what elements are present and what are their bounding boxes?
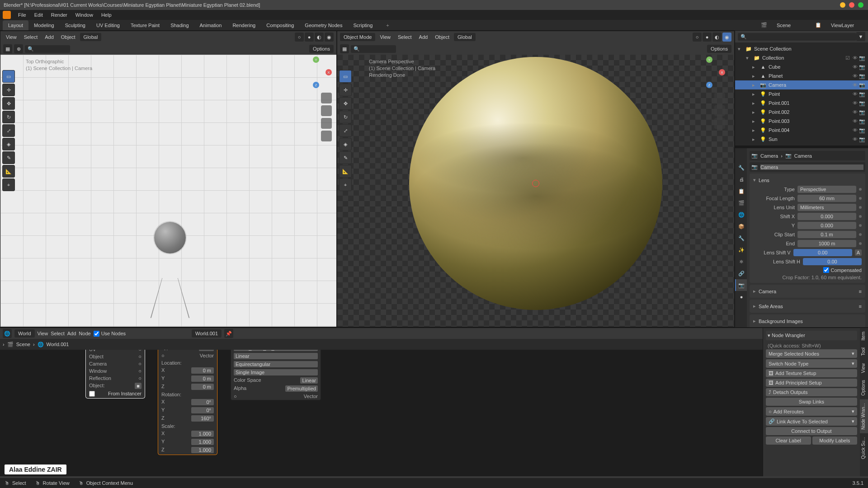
clip-end-field[interactable]: 1000 m	[797, 240, 856, 247]
prop-tab-render[interactable]: 🔧	[735, 162, 747, 174]
menu-edit[interactable]: Edit	[31, 11, 47, 19]
exclude-toggle[interactable]: ☑	[844, 55, 851, 61]
section-safe-areas[interactable]: ▸Safe Areas≡	[753, 301, 862, 311]
visibility-toggle[interactable]: 👁	[852, 91, 858, 97]
axis-y[interactable]: Y	[313, 56, 319, 63]
outliner-item-point[interactable]: ▸💡Point👁📷	[735, 89, 868, 99]
vtab-item[interactable]: Item	[860, 328, 868, 344]
vtab-view[interactable]: View	[860, 360, 868, 377]
scene-icon[interactable]: 🎬	[760, 21, 769, 30]
breadcrumb-object[interactable]: Camera	[760, 153, 778, 159]
tab-compositing[interactable]: Compositing	[261, 20, 299, 30]
use-nodes-checkbox[interactable]	[94, 331, 99, 337]
projection-dropdown[interactable]: Equirectangular	[234, 361, 318, 367]
prop-tab-data[interactable]: 📷	[735, 279, 747, 291]
vp-menu-add[interactable]: Add	[416, 33, 431, 41]
scale-z[interactable]: 1.000	[191, 447, 214, 453]
prop-tab-physics[interactable]: ⚛	[735, 256, 747, 267]
shading-solid-icon[interactable]: ●	[703, 33, 712, 42]
camera-viewport-canvas[interactable]	[337, 55, 734, 327]
nav-gizmo[interactable]: X Y Z	[300, 56, 332, 88]
perspective-icon[interactable]	[321, 131, 332, 141]
visibility-toggle[interactable]: 👁	[852, 82, 858, 88]
visibility-toggle[interactable]: 👁	[852, 55, 858, 61]
tab-modeling[interactable]: Modeling	[28, 20, 60, 30]
pan-icon[interactable]	[321, 105, 332, 116]
prop-tab-viewlayer[interactable]: 📋	[735, 185, 747, 197]
image-file-field[interactable]: studio_small_07_...	[234, 350, 318, 351]
search-input[interactable]: 🔍	[351, 45, 396, 53]
render-toggle[interactable]: 📷	[859, 127, 865, 133]
render-toggle[interactable]: 📷	[859, 55, 865, 61]
select-tool[interactable]: ▭	[2, 70, 15, 83]
outliner-item-point-001[interactable]: ▸💡Point.001👁📷	[735, 99, 868, 108]
camera-name-input[interactable]	[760, 164, 863, 170]
viewlayer-icon[interactable]: 📋	[814, 21, 823, 30]
shift-y-field[interactable]: 0.000	[797, 222, 856, 229]
gizmo-toggle-icon[interactable]: ⊕	[14, 44, 23, 53]
vp-menu-object[interactable]: Object	[432, 33, 452, 41]
editor-type-icon[interactable]: 🌐	[3, 329, 12, 338]
add-principled-button[interactable]: 🖼Add Principled Setup	[766, 379, 857, 387]
axis-x[interactable]: X	[719, 69, 725, 75]
shading-wireframe-icon[interactable]: ○	[693, 33, 702, 42]
orientation-dropdown[interactable]: Global	[454, 33, 476, 41]
rot-z[interactable]: 160°	[191, 415, 214, 422]
visibility-toggle[interactable]: 👁	[852, 118, 858, 124]
clear-label-button[interactable]: Clear Label	[766, 436, 811, 445]
render-toggle[interactable]: 📷	[859, 82, 865, 88]
camera-view-icon[interactable]	[714, 118, 725, 129]
close-button[interactable]	[849, 2, 854, 8]
outliner-item-camera[interactable]: ▸📷Camera👁📷	[735, 80, 868, 89]
visibility-toggle[interactable]: 👁	[852, 64, 858, 70]
scale-tool[interactable]: ⤢	[2, 124, 15, 137]
planet-object[interactable]	[154, 222, 186, 253]
add-reroutes-dropdown[interactable]: ○Add Reroutes▾	[766, 407, 857, 416]
prop-tab-object[interactable]: 📦	[735, 221, 747, 232]
from-instancer-checkbox[interactable]	[89, 391, 95, 397]
modify-labels-button[interactable]: Modify Labels	[812, 436, 858, 445]
transform-tool[interactable]: ◈	[2, 138, 15, 150]
cursor-tool[interactable]: ✛	[2, 84, 15, 96]
add-tool[interactable]: +	[2, 178, 15, 191]
merge-nodes-dropdown[interactable]: Merge Selected Nodes▾	[766, 349, 857, 358]
outliner-search[interactable]: 🔍	[738, 33, 856, 41]
vp-menu-select[interactable]: Select	[21, 33, 41, 41]
blender-logo-icon[interactable]	[3, 11, 11, 19]
annotate-tool[interactable]: ✎	[339, 151, 352, 164]
shading-material-icon[interactable]: ◐	[315, 33, 324, 42]
world-slot-field[interactable]: World.001	[192, 329, 222, 338]
viewlayer-name-field[interactable]: ViewLayer	[827, 22, 863, 29]
shading-material-icon[interactable]: ◐	[712, 33, 722, 42]
options-dropdown[interactable]: Options	[707, 45, 731, 53]
section-lens[interactable]: ▾Lens	[753, 175, 862, 185]
render-toggle[interactable]: 📷	[859, 91, 865, 97]
loc-z[interactable]: 0 m	[191, 384, 214, 390]
rot-y[interactable]: 0°	[191, 407, 214, 413]
overlay-toggle-icon[interactable]: ▦	[3, 44, 12, 53]
ne-menu-select[interactable]: Select	[51, 331, 65, 336]
viewport-right[interactable]: Object Mode View Select Add Object Globa…	[337, 31, 735, 327]
tab-shading[interactable]: Shading	[165, 20, 194, 30]
source-dropdown[interactable]: Single Image	[234, 369, 318, 375]
search-input[interactable]: 🔍	[25, 45, 70, 53]
render-toggle[interactable]: 📷	[859, 64, 865, 70]
render-toggle[interactable]: 📷	[859, 100, 865, 106]
rot-x[interactable]: 0°	[191, 399, 214, 405]
pin-icon[interactable]: 📌	[224, 329, 233, 338]
alpha-dropdown[interactable]: Premultiplied	[285, 385, 318, 392]
minimize-button[interactable]	[840, 2, 845, 8]
lens-shift-h-field[interactable]: 0.00	[803, 258, 862, 265]
ne-menu-view[interactable]: View	[38, 331, 48, 336]
world-dropdown[interactable]: World	[14, 329, 35, 338]
vp-menu-object[interactable]: Object	[58, 33, 78, 41]
menu-file[interactable]: File	[14, 11, 30, 19]
render-toggle[interactable]: 📷	[859, 109, 865, 115]
axis-x[interactable]: X	[326, 69, 332, 75]
node-canvas[interactable]: UV○ Object○ Camera○ Window○ Reflection○ …	[0, 350, 763, 476]
vtab-options[interactable]: Options	[860, 376, 868, 399]
pan-icon[interactable]	[714, 105, 725, 116]
tab-scripting[interactable]: Scripting	[348, 20, 378, 30]
rotate-tool[interactable]: ↻	[2, 111, 15, 123]
ne-menu-add[interactable]: Add	[67, 331, 76, 336]
